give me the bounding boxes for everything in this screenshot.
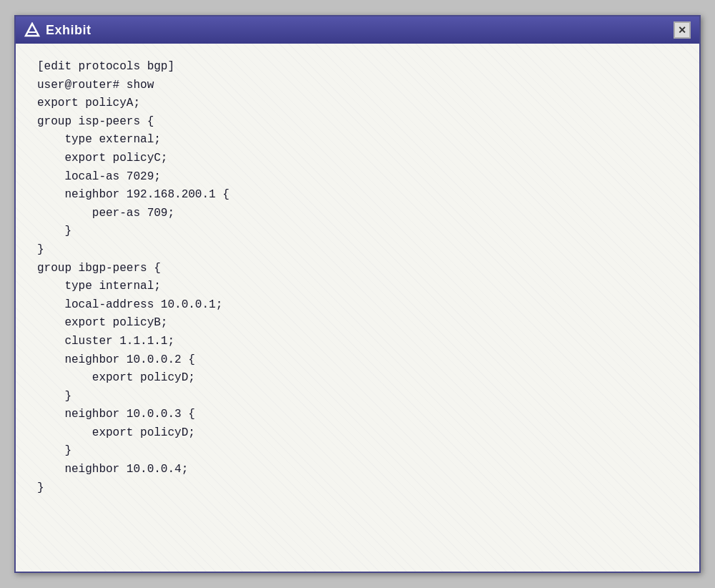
content-area: [edit protocols bgp] user@router# show e… bbox=[16, 44, 699, 572]
svg-marker-0 bbox=[26, 24, 39, 36]
exhibit-window: Exhibit ✕ [edit protocols bgp] user@rout… bbox=[14, 15, 701, 573]
title-bar: Exhibit ✕ bbox=[16, 16, 699, 44]
app-icon bbox=[24, 22, 40, 38]
close-button[interactable]: ✕ bbox=[674, 21, 691, 39]
title-bar-left: Exhibit bbox=[24, 22, 92, 38]
close-icon: ✕ bbox=[678, 24, 686, 36]
code-display: [edit protocols bgp] user@router# show e… bbox=[37, 58, 678, 497]
window-title: Exhibit bbox=[46, 23, 92, 38]
